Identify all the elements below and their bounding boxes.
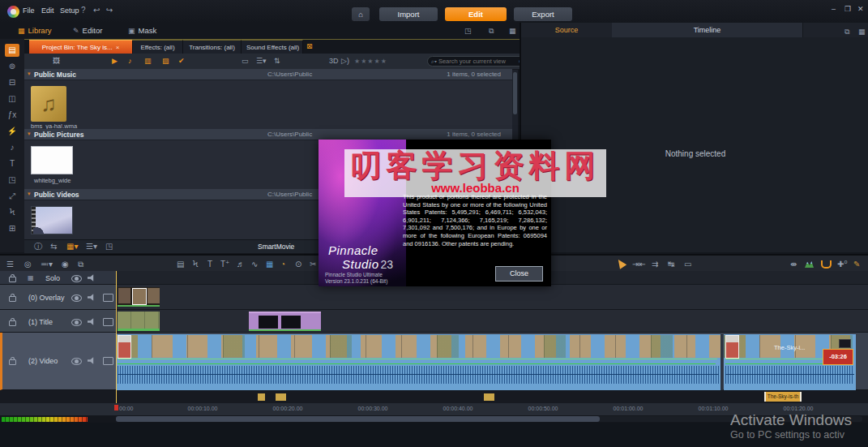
export-button[interactable]: Export [514,7,572,21]
scrollbar-thumb[interactable] [116,416,600,422]
timeline-hscrollbar[interactable] [116,416,862,422]
layout-grid-icon[interactable]: ▦ [509,27,516,35]
sidebar-music-icon[interactable]: ♪ [5,141,19,154]
speaker-mute-icon[interactable] [88,294,96,301]
volume-line[interactable] [118,363,716,364]
lane-title[interactable] [116,310,868,333]
edit-button[interactable]: Edit [445,7,507,21]
razor-icon[interactable]: ✂ [310,260,316,269]
library-search[interactable]: ⌕▾ ⊗ [427,56,526,67]
info-icon[interactable]: ⓘ [34,243,42,251]
sidebar-motion-icon[interactable]: ⤢ [5,190,19,203]
track-monitor-icon[interactable] [103,318,113,326]
view-mode-icon[interactable]: ☰▾ [256,57,267,66]
sidebar-folder-icon[interactable]: ⊟ [5,76,19,89]
import-media-icon[interactable]: 🖼 [53,57,60,66]
thumbnail-view-icon[interactable]: ▦▾ [66,243,78,251]
preview-grid-icon[interactable]: ▦ [858,28,866,36]
track-header-title[interactable]: (1) Title [0,310,116,333]
preview-sound-icon[interactable]: ▷) [341,57,349,66]
home-button[interactable]: ⌂ [352,7,370,21]
sort-icon[interactable]: ⇅ [274,57,280,66]
sidebar-collections-icon[interactable]: ⊚ [5,60,19,73]
minimize-button[interactable]: – [832,5,836,13]
video-asset-thumbnail[interactable] [31,206,73,234]
scene-view-icon[interactable]: ◳ [105,243,113,251]
video-clip-segment-2[interactable]: The-Sky-i... -03:26 [724,334,856,390]
timeline-ruler[interactable]: 00:00 00:00:10.00 00:00:20.00 00:00:30.0… [0,403,868,416]
navigator-marker[interactable] [276,393,286,401]
link-icon[interactable]: ⊙ [295,260,301,269]
title-clip-1[interactable] [118,312,160,331]
bin-tab-transitions[interactable]: Transitions: (all) [183,40,242,54]
picture-asset-thumbnail[interactable] [31,146,73,174]
audio-mixer-icon[interactable]: ▤ [177,260,184,269]
lock-icon[interactable] [9,359,16,365]
eye-visibility-icon[interactable] [71,319,82,326]
collapse-arrow-icon[interactable]: ▾ [28,131,31,137]
magnet-snap-icon[interactable] [821,260,832,269]
add-track-icon[interactable]: ✚⁰ [837,260,847,269]
group-folder-icon[interactable]: ▭ [242,57,249,66]
speaker-mute-icon[interactable] [88,318,96,325]
filter-photo-icon[interactable]: ▥ [144,57,152,66]
track-monitor-icon[interactable] [103,357,113,365]
navigator-clip[interactable]: The-Sky-is-th [764,392,802,402]
sidebar-titles-icon[interactable]: T [5,157,19,170]
collapse-arrow-icon[interactable]: ▾ [28,71,31,77]
sidebar-montage-icon[interactable]: ⊞ [5,222,19,235]
dynamic-length-icon[interactable]: ⇉ [652,260,658,269]
filter-audio-icon[interactable]: ♪ [128,57,132,66]
fit-timeline-icon[interactable]: ⇼ [790,260,797,269]
timeline-navigator[interactable]: The-Sky-is-th [0,390,868,404]
sidebar-transitions-icon[interactable]: ⚡ [5,125,19,138]
scrollbar-thumb[interactable] [513,72,517,114]
sound-effect-icon[interactable]: Ϟ [193,260,198,269]
track-header-video[interactable]: (2) Video [0,333,116,390]
motion-title-icon[interactable]: T⁺ [220,260,229,269]
duplicate-panel-icon[interactable]: ⧉ [489,27,494,36]
tab-timeline[interactable]: Timeline [612,23,803,37]
sidebar-project-bin-icon[interactable]: ▤ [5,44,19,57]
lock-icon[interactable] [9,277,16,282]
detach-panel-icon[interactable]: ◳ [464,27,472,35]
lane-overlay[interactable] [116,285,868,310]
menu-file[interactable]: File [23,6,35,15]
edit-pencil-icon[interactable]: ✎ [853,260,860,269]
section-header-public-music[interactable]: ▾ Public Music C:\Users\Public 1 items, … [24,69,512,80]
help-icon[interactable]: ? [81,6,86,15]
eye-visibility-icon[interactable] [71,358,82,365]
copy-timeline-icon[interactable]: ⧉ [78,260,83,269]
import-button[interactable]: Import [379,7,438,21]
ruler-playhead-icon[interactable] [114,405,118,410]
smartmovie-button[interactable]: SmartMovie [258,243,294,251]
tab-mask[interactable]: ▣Mask [128,26,156,35]
marker-menu-icon[interactable]: ≕▾ [41,260,53,269]
lock-icon[interactable] [9,320,16,326]
sidebar-video-icon[interactable]: ◫ [5,92,19,105]
track-header-overlay[interactable]: (0) Overlay [0,285,116,310]
filter-projects-icon[interactable]: ▨ [162,57,169,66]
search-input[interactable] [437,58,519,65]
undo-icon[interactable]: ↩ [93,6,100,15]
navigator-marker[interactable] [484,393,494,401]
tab-source[interactable]: Source [521,23,613,37]
wave-icon[interactable]: ∿ [251,260,258,269]
refresh-icon[interactable]: ⇆ [50,243,57,251]
asset-filename[interactable]: whitebg_wide [34,177,71,184]
dialog-close-button[interactable]: Close [495,266,543,282]
filter-check-icon[interactable]: ✔ [178,57,185,66]
eye-visibility-icon[interactable] [71,275,82,282]
restore-button[interactable]: ❐ [844,5,851,13]
sidebar-overlays-icon[interactable]: ◳ [5,174,19,187]
multicam-grid-icon[interactable]: ▦ [266,260,273,269]
close-button[interactable]: ✕ [857,5,864,13]
bin-tab-effects[interactable]: Effects: (all) [133,40,183,54]
voiceover-mic-icon[interactable]: ♬ [237,260,245,269]
snapshot-icon[interactable]: ▭ [684,260,691,269]
lane-video[interactable]: The-Sky-i... -03:26 [116,333,868,390]
overlay-clip[interactable] [118,287,160,307]
split-clip-icon[interactable]: ↹ [668,260,674,269]
speaker-mute-icon[interactable] [88,274,96,282]
close-tab-icon[interactable]: × [116,44,120,51]
